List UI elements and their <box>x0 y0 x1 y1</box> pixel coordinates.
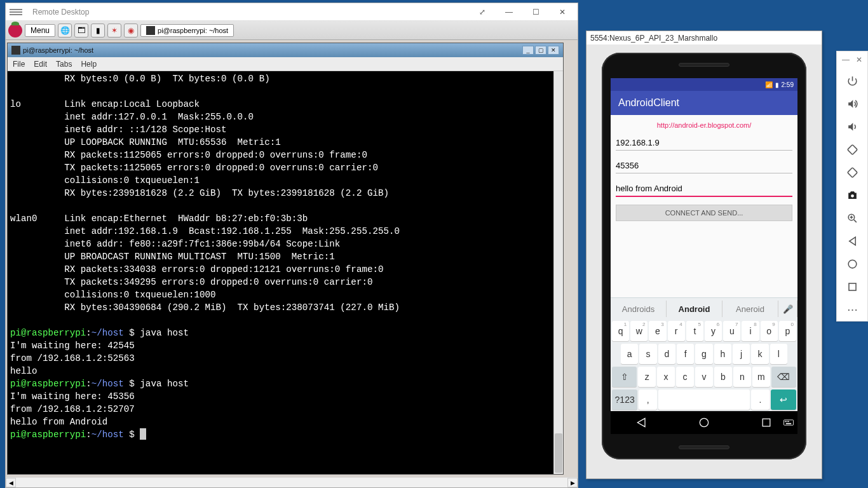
key-row-3: ⇧zxcvbnm⌫ <box>611 365 797 388</box>
menu-help[interactable]: Help <box>81 60 97 69</box>
terminal-body[interactable]: RX bytes:0 (0.0 B) TX bytes:0 (0.0 B) lo… <box>8 71 563 474</box>
app-title: AndroidClient <box>618 97 679 109</box>
period-key[interactable]: . <box>751 390 770 410</box>
key-c[interactable]: c <box>676 367 694 387</box>
back-icon[interactable] <box>841 229 864 252</box>
blog-link[interactable]: http://android-er.blogspot.com/ <box>616 119 792 132</box>
comma-key[interactable]: , <box>639 390 657 410</box>
key-⇧[interactable]: ⇧ <box>612 367 637 387</box>
emulator-canvas: 📶 ▮ 2:59 AndroidClient http://android-er… <box>587 45 822 478</box>
key-n[interactable]: n <box>733 367 751 387</box>
mathematica-icon[interactable]: ✶ <box>107 24 121 37</box>
toolbar-close-button[interactable]: ✕ <box>856 55 862 64</box>
menu-button[interactable]: Menu <box>25 24 55 37</box>
cursor-icon <box>140 428 146 440</box>
maximize-button[interactable]: ☐ <box>524 6 547 18</box>
key-⌫[interactable]: ⌫ <box>771 367 796 387</box>
terminal-icon[interactable]: ▮ <box>91 24 105 37</box>
key-j[interactable]: j <box>733 344 750 364</box>
nav-recent-icon[interactable] <box>760 416 773 429</box>
browser-icon[interactable]: 🌐 <box>58 24 72 37</box>
key-s[interactable]: s <box>639 344 656 364</box>
suggestion-1[interactable]: Androids <box>611 301 667 317</box>
key-m[interactable]: m <box>752 367 770 387</box>
key-l[interactable]: l <box>770 344 787 364</box>
key-q[interactable]: q1 <box>612 321 629 341</box>
numeric-key[interactable]: ?123 <box>612 390 637 410</box>
horizontal-scrollbar[interactable]: ◀ ▶ <box>6 477 578 487</box>
raspberry-icon[interactable] <box>8 24 22 37</box>
hamburger-icon[interactable] <box>10 9 22 15</box>
ip-input[interactable] <box>616 135 792 151</box>
remote-desktop-window: Remote Desktop ⤢ — ☐ ✕ Menu 🌐 🗔 ▮ ✶ ◉ pi… <box>5 3 578 488</box>
minimize-button[interactable]: — <box>498 6 520 18</box>
nav-home-icon[interactable] <box>698 416 710 429</box>
key-e[interactable]: e3 <box>649 321 666 341</box>
svg-rect-15 <box>848 283 855 290</box>
wolfram-icon[interactable]: ◉ <box>124 24 138 37</box>
terminal-scrollbar[interactable] <box>553 71 563 474</box>
expand-button[interactable]: ⤢ <box>471 6 494 18</box>
key-w[interactable]: w2 <box>630 321 648 341</box>
key-k[interactable]: k <box>751 344 768 364</box>
menu-edit[interactable]: Edit <box>34 60 47 69</box>
key-u[interactable]: u7 <box>723 321 740 341</box>
scroll-right-icon[interactable]: ▶ <box>567 478 578 487</box>
battery-icon: ▮ <box>775 81 779 88</box>
key-r[interactable]: r4 <box>668 321 685 341</box>
signal-icon: 📶 <box>765 81 773 88</box>
emulator-titlebar[interactable]: 5554:Nexus_6P_API_23_Marshmallo <box>587 31 822 45</box>
message-input[interactable] <box>616 181 792 197</box>
power-icon[interactable] <box>841 69 864 92</box>
camera-icon[interactable] <box>841 184 864 207</box>
key-b[interactable]: b <box>714 367 732 387</box>
suggestion-2[interactable]: Android <box>667 301 722 317</box>
enter-key[interactable]: ↩ <box>771 390 796 410</box>
volume-down-icon[interactable] <box>841 115 864 138</box>
terminal-titlebar[interactable]: pi@raspberrypi: ~/host _ ▢ ✕ <box>8 43 563 57</box>
scroll-thumb[interactable] <box>555 433 562 473</box>
port-input[interactable] <box>616 158 792 173</box>
filemanager-icon[interactable]: 🗔 <box>74 24 88 37</box>
scroll-track[interactable] <box>16 478 567 487</box>
toolbar-minimize-button[interactable]: — <box>842 55 850 64</box>
menu-tabs[interactable]: Tabs <box>56 60 72 69</box>
key-p[interactable]: p0 <box>779 321 796 341</box>
key-g[interactable]: g <box>695 344 712 364</box>
volume-up-icon[interactable] <box>841 92 864 115</box>
key-a[interactable]: a <box>621 344 638 364</box>
key-h[interactable]: h <box>714 344 731 364</box>
space-key[interactable] <box>658 390 750 410</box>
remote-desktop-titlebar[interactable]: Remote Desktop ⤢ — ☐ ✕ <box>6 3 578 21</box>
more-icon[interactable]: ⋯ <box>841 298 864 321</box>
key-t[interactable]: t5 <box>686 321 703 341</box>
key-row-4: ?123 , . ↩ <box>611 388 797 411</box>
key-f[interactable]: f <box>677 344 694 364</box>
rotate-left-icon[interactable] <box>841 138 864 161</box>
close-button[interactable]: ✕ <box>551 6 574 18</box>
phone-screen: 📶 ▮ 2:59 AndroidClient http://android-er… <box>611 78 797 434</box>
overview-icon[interactable] <box>841 275 864 298</box>
connect-send-button[interactable]: CONNECT AND SEND... <box>616 205 792 221</box>
nav-keyboard-icon[interactable] <box>782 416 795 429</box>
term-close-button[interactable]: ✕ <box>548 46 559 55</box>
key-y[interactable]: y6 <box>705 321 722 341</box>
taskbar-terminal-item[interactable]: pi@raspberrypi: ~/host <box>140 24 234 37</box>
zoom-icon[interactable] <box>841 207 864 229</box>
scroll-left-icon[interactable]: ◀ <box>6 478 16 487</box>
mic-icon[interactable]: 🎤 <box>778 301 797 317</box>
key-i[interactable]: i8 <box>742 321 759 341</box>
key-d[interactable]: d <box>658 344 675 364</box>
key-v[interactable]: v <box>695 367 713 387</box>
menu-file[interactable]: File <box>13 60 25 69</box>
key-x[interactable]: x <box>657 367 675 387</box>
nav-back-icon[interactable] <box>635 416 648 429</box>
home-icon[interactable] <box>841 252 864 275</box>
key-z[interactable]: z <box>638 367 656 387</box>
rotate-right-icon[interactable] <box>841 161 864 184</box>
term-maximize-button[interactable]: ▢ <box>535 46 546 55</box>
term-minimize-button[interactable]: _ <box>522 46 534 55</box>
suggestion-3[interactable]: Aneroid <box>722 301 778 317</box>
key-o[interactable]: o9 <box>761 321 778 341</box>
emulator-title: 5554:Nexus_6P_API_23_Marshmallo <box>590 34 717 43</box>
